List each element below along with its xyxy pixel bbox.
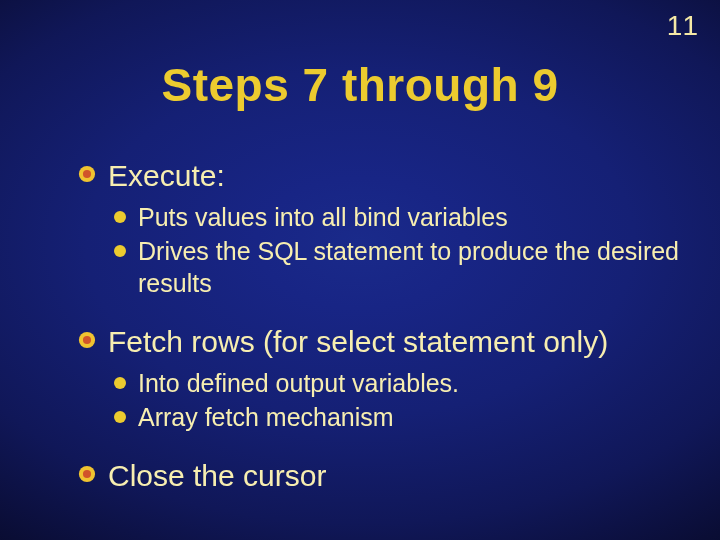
slide-content: Execute: Puts values into all bind varia… [78,148,680,502]
list-subitem-label: Array fetch mechanism [138,403,394,431]
slide-title: Steps 7 through 9 [0,58,720,112]
bullet-icon [78,165,96,183]
svg-point-1 [83,170,91,178]
list-item: Execute: [78,158,680,194]
bullet-icon [78,331,96,349]
list-item-label: Fetch rows (for select statement only) [108,325,608,358]
list-subitem-label: Drives the SQL statement to produce the … [138,237,679,296]
svg-point-5 [83,470,91,478]
list-item-label: Close the cursor [108,459,326,492]
list-subitem: Array fetch mechanism [114,402,680,433]
page-number: 11 [667,10,698,42]
slide: 11 Steps 7 through 9 Execute: Puts value… [0,0,720,540]
list-subitem: Drives the SQL statement to produce the … [114,236,680,299]
list-item: Close the cursor [78,458,680,494]
svg-point-3 [83,336,91,344]
list-subitem-label: Into defined output variables. [138,369,459,397]
bullet-icon [78,465,96,483]
list-subitem: Puts values into all bind variables [114,202,680,233]
list-item-label: Execute: [108,159,225,192]
list-subitem: Into defined output variables. [114,368,680,399]
list-subitem-label: Puts values into all bind variables [138,203,508,231]
list-item: Fetch rows (for select statement only) [78,324,680,360]
